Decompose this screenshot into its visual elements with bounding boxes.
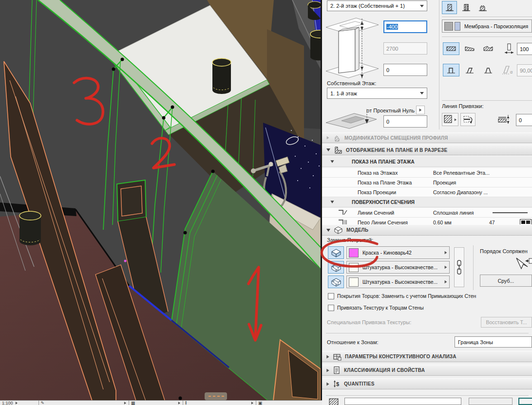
section-quantities[interactable]: $ QUANTITIES [322, 378, 532, 389]
material-name: Штукатурка - Высококачестве... [362, 279, 437, 285]
prop-value[interactable]: Проекция [433, 180, 492, 185]
model-box-icon [334, 226, 343, 234]
3d-viewport[interactable] [0, 0, 322, 400]
subsection-title: ПОВЕРХНОСТИ СЕЧЕНИЯ [352, 200, 415, 205]
prop-row-cut-lines[interactable]: Линии Сечений Сплошная линия [322, 208, 532, 218]
ok-button[interactable] [518, 398, 532, 405]
override-side-material-select[interactable]: Штукатурка - Высококачестве... [346, 261, 450, 274]
reference-line-side-button[interactable] [442, 113, 458, 126]
straight-profile-icon [447, 66, 456, 74]
expand-arrow-icon [326, 148, 330, 151]
link-materials-button[interactable] [454, 247, 464, 287]
geometry-slanted-button[interactable] [461, 42, 478, 55]
classification-doc-icon [333, 366, 341, 374]
reference-offset-icon [497, 114, 512, 126]
slant-angle-field[interactable]: 90,00 [517, 64, 532, 76]
end-faces-checkbox[interactable] [328, 293, 334, 299]
wall-height-value: 2700 [386, 46, 398, 52]
section-classification[interactable]: КЛАССИФИКАЦИЯ И СВОЙСТВА [322, 365, 532, 376]
override-top-face-button[interactable] [328, 246, 344, 259]
quick-options-bar[interactable]: 1:100 ✎ ▦ ‖ ▣ [0, 400, 322, 405]
override-top-material-select[interactable]: Краска - Киноварь42 [346, 246, 450, 259]
structural-analysis-icon [333, 353, 342, 361]
prop-row-show-on-stories[interactable]: Показ на Этажах Все Релевантные Эта... [322, 168, 532, 178]
layer-quick-option[interactable]: ▦ [129, 401, 183, 405]
3d-scene [0, 0, 321, 400]
view-quick-option[interactable]: ▣ [256, 401, 322, 405]
wall-type-profiled-button[interactable] [475, 1, 490, 14]
composite-select[interactable]: Мембрана - Пароизоляция [442, 19, 532, 33]
project-zero-field[interactable]: 0 [383, 115, 427, 128]
prop-label: Показ Проекции [358, 189, 433, 195]
override-end-material-select[interactable]: Штукатурка - Высококачестве... [346, 276, 450, 288]
junction-order-icon [514, 257, 532, 273]
story-select[interactable]: 2. 2-й этаж (Собственный + 1) [327, 0, 427, 11]
dimension-quick-option[interactable]: ‖ [183, 401, 256, 405]
section-structural-analysis[interactable]: ПАРАМЕТРЫ КОНСТРУКТИВНОГО АНАЛИЗА [322, 351, 532, 362]
polygon-wall-icon [483, 44, 494, 53]
material-swatch[interactable] [349, 248, 359, 258]
chevron-down-icon [420, 92, 424, 94]
cancel-button[interactable] [469, 398, 513, 405]
section-profile-modifiers[interactable]: МОДИФИКАТОРЫ СМЕЩЕНИЯ ПРОФИЛЯ [322, 132, 532, 143]
wall-type-composite-button[interactable] [458, 1, 474, 14]
scale-quick-option[interactable]: 1:100 [0, 401, 39, 405]
project-zero-flyout-button[interactable] [416, 106, 425, 114]
prop-row-show-projection[interactable]: Показ Проекции Согласно Диапазону ... [322, 187, 532, 197]
align-texture-checkbox[interactable] [328, 305, 334, 311]
reference-side-icon [444, 115, 454, 124]
home-story-select[interactable]: 1. 1-й этаж [327, 88, 427, 99]
profile-slanted-button[interactable] [461, 64, 478, 76]
wall-settings-panel: 2. 2-й этаж (Собственный + 1) -400 2700 … [322, 0, 532, 405]
prop-value[interactable]: Все Релевантные Эта... [433, 170, 492, 176]
expand-arrow-icon [330, 201, 334, 203]
override-end-face-button[interactable] [328, 276, 344, 288]
section-model[interactable]: МОДЕЛЬ [322, 224, 532, 236]
profile-straight-button[interactable] [443, 64, 459, 76]
wall-height-field[interactable]: 2700 [383, 42, 427, 55]
svg-text:α: α [510, 70, 513, 74]
profile-double-slanted-button[interactable] [480, 64, 496, 76]
composite-name: Мембрана - Пароизоляция [464, 23, 528, 29]
end-faces-checkbox-label: Покрытия Торцов: Заменить с учетом Примы… [337, 293, 476, 299]
align-texture-checkbox-label: Привязать Текстуру к Торцам Стены [337, 305, 424, 311]
material-swatch[interactable] [349, 277, 359, 287]
top-offset-field[interactable]: -400 [383, 20, 427, 33]
log-details-button[interactable]: Сруб... [480, 275, 532, 287]
prop-value[interactable]: Сплошная линия [433, 210, 492, 216]
cut-fill-pen-swatch[interactable] [444, 22, 453, 31]
geometry-straight-button[interactable] [443, 42, 459, 55]
drag-handle[interactable] [205, 392, 227, 400]
basic-wall-icon [445, 3, 454, 13]
log-details-label: Сруб... [498, 278, 514, 284]
flip-reference-button[interactable] [460, 113, 475, 126]
cut-lines-icon [338, 209, 348, 216]
section-floor-plan-and-section[interactable]: ОТОБРАЖЕНИЕ НА ПЛАНЕ И В РАЗРЕЗЕ [322, 145, 532, 155]
profiled-wall-icon [478, 3, 487, 13]
subsection-cut-surfaces[interactable]: ПОВЕРХНОСТИ СЕЧЕНИЯ [322, 197, 532, 207]
reference-offset-value: 0 [519, 117, 522, 123]
prop-value[interactable]: Согласно Диапазону ... [433, 189, 492, 195]
prop-row-floor-plan-display[interactable]: Показ на Плане Этажа Проекция [322, 178, 532, 187]
override-side-face-button[interactable] [328, 261, 344, 274]
reference-offset-field[interactable]: 0 [516, 114, 532, 126]
prop-label: Линии Сечений [358, 210, 433, 216]
pen-set-quick-option[interactable]: ✎ [39, 401, 129, 405]
home-story-label: Собственный Этаж: [327, 80, 376, 86]
bottom-offset-field[interactable]: 0 [383, 64, 427, 76]
bottom-layer-select[interactable] [344, 398, 461, 405]
slanted-profile-icon [465, 66, 474, 74]
zones-select[interactable]: Граница Зоны [455, 336, 532, 348]
material-swatch[interactable] [349, 263, 359, 272]
project-zero-diagram [325, 109, 380, 129]
junction-order-label: Порядок Сопряжен [480, 248, 532, 254]
composite-wall-icon [462, 3, 471, 13]
subsection-floor-plan-display[interactable]: ПОКАЗ НА ПЛАНЕ ЭТАЖА [322, 157, 532, 167]
geometry-polygon-button[interactable] [480, 42, 496, 55]
collapse-arrow-icon [327, 136, 329, 139]
wall-width-field[interactable]: 100 [517, 43, 532, 55]
material-name: Штукатурка - Высококачестве... [362, 264, 437, 270]
cut-fill-bg-pen-swatch[interactable] [455, 22, 460, 31]
reset-texture-button[interactable]: Восстановить Т... [481, 317, 532, 328]
wall-type-basic-button[interactable] [442, 1, 457, 14]
